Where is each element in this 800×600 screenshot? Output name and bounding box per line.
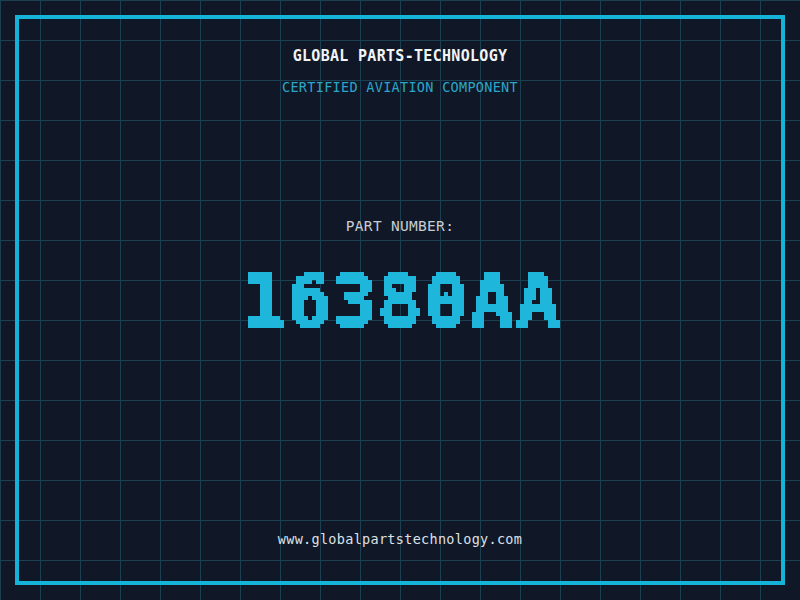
part-number-display [200, 248, 600, 352]
certification-subtitle: CERTIFIED AVIATION COMPONENT [0, 79, 800, 95]
part-number-label: PART NUMBER: [0, 218, 800, 234]
part-certificate-page: GLOBAL PARTS-TECHNOLOGY CERTIFIED AVIATI… [0, 0, 800, 600]
website-url: www.globalpartstechnology.com [0, 531, 800, 547]
company-title: GLOBAL PARTS-TECHNOLOGY [0, 47, 800, 65]
